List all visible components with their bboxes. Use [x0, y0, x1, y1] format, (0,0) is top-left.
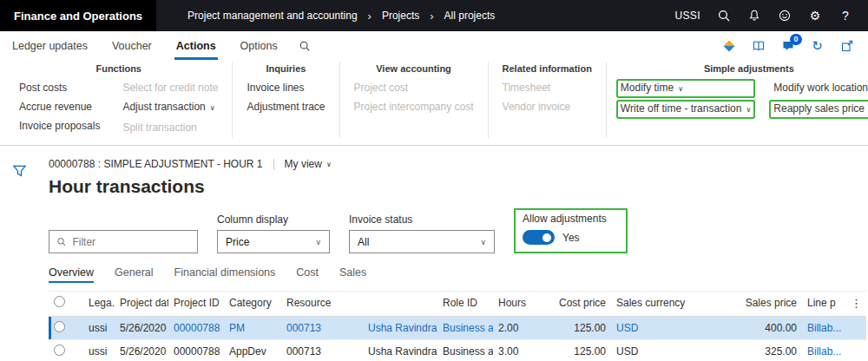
grid-filter-field[interactable]: [49, 230, 198, 253]
column-header-legal-entity[interactable]: Lega...: [83, 292, 115, 317]
cell-resource-name-link[interactable]: Usha Ravindra ...: [363, 317, 437, 340]
cell-line-property-link[interactable]: Billab...: [802, 340, 845, 361]
column-header-category[interactable]: Category: [224, 292, 281, 317]
cell-resource-link[interactable]: 000713: [281, 317, 363, 340]
help-icon[interactable]: ?: [838, 9, 852, 23]
action-search-icon[interactable]: [299, 31, 311, 60]
topbar-actions: USSI ⚙ ?: [674, 9, 868, 23]
row-select-radio[interactable]: [54, 321, 65, 332]
column-header-role-id[interactable]: Role ID: [437, 292, 493, 317]
cell-project-date[interactable]: 5/26/2020: [115, 317, 168, 340]
tab-actions[interactable]: Actions: [174, 31, 218, 60]
tab-voucher[interactable]: Voucher: [110, 31, 154, 60]
select-all-radio[interactable]: [54, 296, 65, 307]
ribbon-item-adjust-transaction[interactable]: Adjust transaction∨: [122, 101, 218, 115]
filter-pane-funnel-icon[interactable]: [10, 161, 29, 180]
cell-legal-entity[interactable]: ussi: [83, 340, 115, 361]
ribbon-item-vendor-invoice: Vendor invoice: [503, 101, 571, 113]
cell-role-id-link[interactable]: Business ana...: [437, 317, 493, 340]
ribbon-item-reapply-sales-price[interactable]: Reapply sales price∨: [771, 102, 868, 117]
tab-overview[interactable]: Overview: [49, 266, 94, 283]
ribbon-group-view-accounting: View accounting Project cost Project int…: [340, 62, 489, 138]
tab-cost[interactable]: Cost: [296, 266, 319, 283]
tab-options[interactable]: Options: [239, 31, 279, 60]
column-header-project-date[interactable]: Project date: [115, 292, 168, 317]
ribbon-group-title: Functions: [19, 63, 218, 74]
ribbon-item-write-off-time-transaction[interactable]: Write off time - transaction∨: [618, 102, 753, 117]
column-header-resource[interactable]: Resource: [281, 292, 363, 317]
cell-sales-currency[interactable]: USD: [611, 340, 693, 361]
cell-line-property-link[interactable]: Billab...: [802, 317, 845, 340]
breadcrumb-area[interactable]: Projects: [382, 10, 419, 22]
ribbon-item-modify-work-location[interactable]: Modify work location∨: [773, 82, 868, 95]
cell-category-link[interactable]: PM: [224, 317, 281, 340]
cell-role-id[interactable]: Business ana...: [437, 340, 493, 361]
ribbon-item-label: Modify work location: [773, 82, 868, 94]
column-header-line-property[interactable]: Line p: [802, 292, 845, 317]
feedback-smiley-icon[interactable]: [778, 9, 792, 23]
cell-sales-price[interactable]: 400.00: [693, 317, 802, 340]
cell-resource-name[interactable]: Usha Ravindra ...: [363, 340, 437, 361]
open-in-office-icon[interactable]: [721, 38, 736, 53]
cell-project-date[interactable]: 5/26/2020: [115, 340, 168, 361]
column-header-project-id[interactable]: Project ID: [168, 292, 224, 317]
search-icon[interactable]: [717, 9, 731, 23]
cell-category[interactable]: AppDev: [224, 340, 281, 361]
column-header-sales-currency[interactable]: Sales currency: [611, 292, 693, 317]
notifications-bell-icon[interactable]: [747, 9, 761, 23]
cell-sales-currency-link[interactable]: USD: [611, 317, 693, 340]
column-header-sales-price[interactable]: Sales price: [693, 292, 802, 317]
cell-cost-price[interactable]: 125.00: [549, 340, 611, 361]
view-selector[interactable]: My view ∨: [285, 158, 332, 170]
ribbon-group-simple-adjustments: Simple adjustments Modify time∨ Write of…: [607, 62, 868, 138]
view-selector-label: My view: [285, 158, 322, 170]
column-header-resource-name[interactable]: [363, 292, 437, 317]
column-header-cost-price[interactable]: Cost price: [549, 292, 611, 317]
tab-general[interactable]: General: [115, 266, 153, 283]
invoice-status-select[interactable]: All ∨: [349, 230, 495, 253]
table-row[interactable]: ussi 5/26/2020 00000788 PM 000713 Usha R…: [49, 317, 866, 340]
ribbon-item-post-costs[interactable]: Post costs: [19, 82, 100, 94]
column-display-select[interactable]: Price ∨: [217, 230, 330, 253]
ribbon-group-inquiries: Inquiries Invoice lines Adjustment trace: [233, 62, 339, 138]
ribbon-item-adjustment-trace[interactable]: Adjustment trace: [247, 101, 325, 113]
ribbon-item-accrue-revenue[interactable]: Accrue revenue: [19, 101, 100, 113]
ribbon-item-invoice-proposals[interactable]: Invoice proposals: [19, 120, 100, 132]
settings-gear-icon[interactable]: ⚙: [808, 9, 822, 23]
app-title[interactable]: Finance and Operations: [0, 0, 156, 31]
cell-project-id-link[interactable]: 00000788: [168, 317, 224, 340]
column-header-hours[interactable]: Hours: [493, 292, 549, 317]
tab-financial-dimensions[interactable]: Financial dimensions: [174, 266, 276, 283]
cell-hours[interactable]: 3.00: [493, 340, 549, 361]
chevron-down-icon: ∨: [678, 85, 683, 93]
refresh-icon[interactable]: ↻: [810, 38, 825, 53]
cell-resource[interactable]: 000713: [281, 340, 363, 361]
attachments-icon[interactable]: 0: [780, 38, 795, 53]
tab-ledger-updates[interactable]: Ledger updates: [10, 31, 89, 60]
invoice-status-value: All: [358, 236, 369, 248]
filter-input[interactable]: [72, 236, 190, 248]
ribbon-group-title: Simple adjustments: [621, 63, 868, 74]
cell-cost-price[interactable]: 125.00: [549, 317, 611, 340]
record-title: 00000788 : SIMPLE ADJUSTMENT - HOUR 1: [49, 158, 263, 170]
company-picker[interactable]: USSI: [674, 10, 700, 22]
grid-options-kebab-icon[interactable]: ⋮: [845, 292, 866, 317]
cell-project-id[interactable]: 00000788: [168, 340, 224, 361]
open-new-window-icon[interactable]: [839, 38, 854, 53]
document-book-icon[interactable]: [751, 38, 766, 53]
cell-hours[interactable]: 2.00: [493, 317, 549, 340]
grid-view-tabs: Overview General Financial dimensions Co…: [49, 266, 866, 283]
breadcrumb-module[interactable]: Project management and accounting: [187, 10, 357, 22]
table-row[interactable]: ussi 5/26/2020 00000788 AppDev 000713 Us…: [49, 340, 866, 361]
row-select-radio[interactable]: [54, 345, 65, 356]
cell-sales-price[interactable]: 325.00: [693, 340, 802, 361]
left-rail: [0, 146, 38, 360]
ribbon-item-project-intercompany-cost: Project intercompany cost: [354, 101, 474, 113]
ribbon-item-invoice-lines[interactable]: Invoice lines: [247, 82, 325, 94]
tab-sales[interactable]: Sales: [339, 266, 366, 283]
ribbon-item-modify-time[interactable]: Modify time∨: [618, 81, 753, 96]
cell-legal-entity[interactable]: ussi: [83, 317, 115, 340]
invoice-status-label: Invoice status: [349, 213, 495, 226]
breadcrumb-page[interactable]: All projects: [444, 10, 496, 22]
allow-adjustments-toggle[interactable]: [523, 230, 555, 245]
